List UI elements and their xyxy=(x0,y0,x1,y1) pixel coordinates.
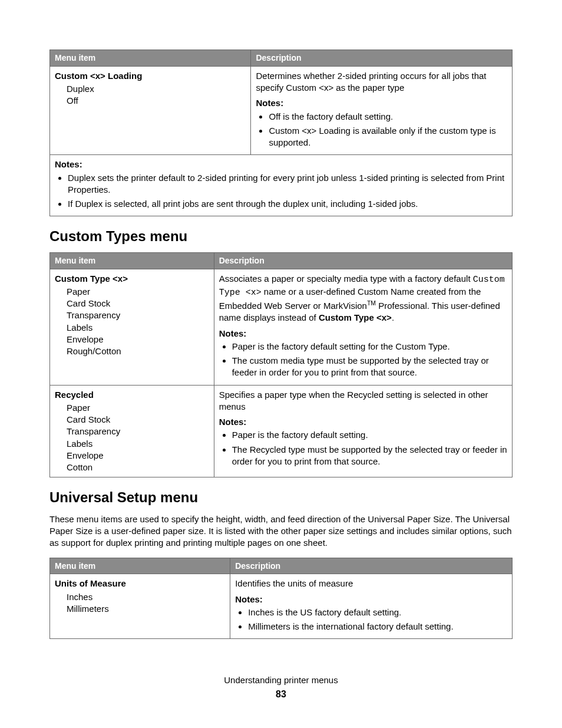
heading-custom-types: Custom Types menu xyxy=(49,227,513,246)
notes-label: Notes: xyxy=(219,328,507,340)
col-header-menu: Menu item xyxy=(50,50,251,67)
table-row: Custom <x> Loading Duplex Off Determines… xyxy=(50,66,513,155)
menu-option: Paper xyxy=(67,402,209,414)
notes-label: Notes: xyxy=(256,97,507,109)
menu-item-title: Recycled xyxy=(55,389,209,401)
menu-item-title: Units of Measure xyxy=(55,578,225,589)
table-custom-types: Menu item Description Custom Type <x> Pa… xyxy=(49,252,513,478)
note-item: Off is the factory default setting. xyxy=(269,111,507,123)
menu-option: Paper xyxy=(67,286,209,298)
footnote-item: If Duplex is selected, all print jobs ar… xyxy=(68,198,507,210)
table-row: Units of Measure Inches Millimeters Iden… xyxy=(50,574,513,639)
table-row: Custom Type <x> Paper Card Stock Transpa… xyxy=(50,269,513,385)
menu-option: Transparency xyxy=(67,426,209,437)
description-text: Specifies a paper type when the Recycled… xyxy=(219,389,507,413)
note-item: Millimeters is the international factory… xyxy=(248,621,507,633)
col-header-desc: Description xyxy=(251,50,513,67)
intro-paragraph: These menu items are used to specify the… xyxy=(49,513,513,549)
notes-label: Notes: xyxy=(235,594,507,605)
col-header-desc: Description xyxy=(230,558,513,574)
menu-option: Cotton xyxy=(67,462,209,473)
note-item: Inches is the US factory default setting… xyxy=(248,607,507,618)
note-item: Paper is the factory default setting for… xyxy=(232,341,507,353)
page-footer: Understanding printer menus 83 xyxy=(49,674,513,700)
footer-section-title: Understanding printer menus xyxy=(49,674,513,686)
menu-option: Envelope xyxy=(67,334,209,345)
table-row: Recycled Paper Card Stock Transparency L… xyxy=(50,385,513,477)
footnote-item: Duplex sets the printer default to 2-sid… xyxy=(68,172,507,196)
note-item: Custom <x> Loading is available only if … xyxy=(269,125,507,149)
col-header-menu: Menu item xyxy=(50,558,230,574)
col-header-menu: Menu item xyxy=(50,252,214,269)
table-footnotes-row: Notes: Duplex sets the printer default t… xyxy=(50,155,513,216)
note-item: Paper is the factory default setting. xyxy=(232,429,507,441)
menu-option: Labels xyxy=(67,322,209,334)
table-custom-loading: Menu item Description Custom <x> Loading… xyxy=(49,50,513,216)
heading-universal-setup: Universal Setup menu xyxy=(49,488,513,507)
menu-option: Inches xyxy=(67,591,225,603)
menu-option: Card Stock xyxy=(67,414,209,426)
menu-item-title: Custom Type <x> xyxy=(55,273,209,285)
menu-option: Millimeters xyxy=(67,603,225,615)
menu-option: Duplex xyxy=(67,83,246,95)
menu-option: Transparency xyxy=(67,309,209,321)
menu-option: Rough/Cotton xyxy=(67,345,209,357)
menu-item-title: Custom <x> Loading xyxy=(55,70,246,82)
notes-label: Notes: xyxy=(55,159,507,170)
col-header-desc: Description xyxy=(214,252,512,269)
table-universal-setup: Menu item Description Units of Measure I… xyxy=(49,558,513,640)
notes-label: Notes: xyxy=(219,416,507,428)
page-number: 83 xyxy=(49,688,513,701)
menu-option: Card Stock xyxy=(67,298,209,309)
description-text: Identifies the units of measure xyxy=(235,578,507,589)
menu-option: Labels xyxy=(67,438,209,450)
menu-option: Off xyxy=(67,95,246,107)
note-item: The custom media type must be supported … xyxy=(232,355,507,379)
description-text: Determines whether 2-sided printing occu… xyxy=(256,70,507,94)
menu-option: Envelope xyxy=(67,450,209,462)
description-text: Associates a paper or specialty media ty… xyxy=(219,273,507,324)
note-item: The Recycled type must be supported by t… xyxy=(232,444,507,468)
